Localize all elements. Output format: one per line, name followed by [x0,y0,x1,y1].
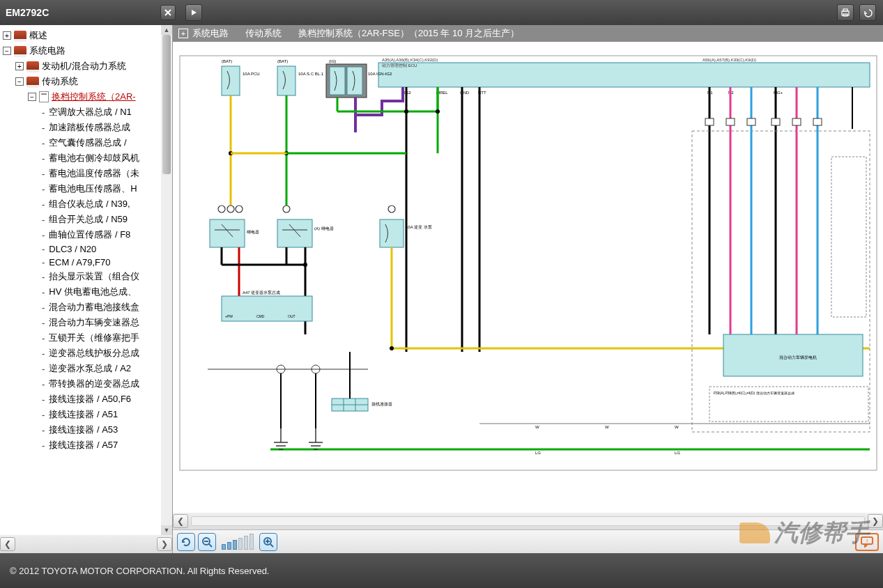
zoom-out-button[interactable] [198,533,216,551]
tree-leaf-label: 混合动力车辆变速器总 [49,316,139,329]
zoom-level-indicator[interactable] [222,534,254,550]
sidebar-horizontal-scrollbar[interactable]: ❮ ❯ [0,535,172,553]
content-horizontal-scrollbar[interactable]: ❮ ❯ [173,513,883,529]
feedback-button[interactable]: ! [855,533,879,551]
tree-leaf-item[interactable]: -接线连接器 / A51 [3,407,172,422]
collapse-icon[interactable]: − [15,77,24,86]
breadcrumb-part: 传动系统 [245,27,282,40]
dash-icon: - [42,394,45,405]
dash-icon: - [42,230,45,240]
document-icon [39,91,49,102]
tree-leaf-label: 组合仪表总成 / N39, [49,198,130,210]
tree-leaf-item[interactable]: -抬头显示装置（组合仪 [3,269,172,284]
scroll-right-arrow[interactable]: ❯ [157,537,172,551]
svg-rect-57 [380,219,404,247]
tree-leaf-label: DLC3 / N20 [49,244,96,254]
tree-leaf-item[interactable]: -混合动力车辆变速器总 [3,315,172,330]
tree-leaf-item[interactable]: -HV 供电蓄电池总成、 [3,284,172,300]
scroll-left-arrow[interactable]: ❮ [173,514,188,528]
tree-leaf-label: 组合开关总成 / N59 [49,213,128,226]
tree-leaf-item[interactable]: -逆变器总线护板分总成 [3,346,172,361]
scroll-right-arrow[interactable]: ❯ [868,514,883,528]
tree-leaf-item[interactable]: -接线连接器 / A50,F6 [3,392,172,407]
tree-leaf-item[interactable]: -DLC3 / N20 [3,242,172,256]
tree-leaf-item[interactable]: -曲轴位置传感器 / F8 [3,227,172,242]
scroll-left-arrow[interactable]: ❮ [0,537,15,551]
svg-text:A47
逆变器水泵总成: A47 逆变器水泵总成 [243,290,280,295]
tree-leaf-label: 蓄电池温度传感器（未 [49,167,139,180]
tree-label: 传动系统 [42,75,78,88]
svg-text:(BAT): (BAT) [277,59,288,63]
svg-text:继电器: 继电器 [247,230,259,234]
svg-rect-1 [843,9,847,11]
tree-label-selected: 换档控制系统（2AR- [52,91,136,103]
dash-icon: - [42,272,45,282]
wiring-diagram[interactable]: A35(A),A36(B),K34(C),K92(D) 动力管理控制 ECU A… [173,42,883,513]
tree-leaf-item[interactable]: -接线连接器 / A53 [3,422,172,438]
toolbar [181,0,883,25]
tree-leaf-item[interactable]: -空气囊传感器总成 / [3,135,172,150]
svg-text:F59(A),F58(B),z4(C),z4(D)
混合动力: F59(A),F58(B),z4(C),z4(D) 混合动力车辆变速器总成 [714,391,794,395]
navigation-tree: + 概述 − 系统电路 + 发动机/混合动力系统 − 传动系统 − [0,25,173,553]
svg-rect-44 [726,118,735,125]
tree-leaf-item[interactable]: -组合开关总成 / N59 [3,212,172,227]
back-button[interactable] [859,4,876,21]
dash-icon: - [42,379,45,389]
play-button[interactable] [185,4,202,21]
tree-leaf-item[interactable]: -混合动力蓄电池接线盒 [3,300,172,315]
sidebar-vertical-scrollbar[interactable]: ▲ ▼ [161,25,172,535]
svg-line-115 [270,544,273,547]
tree-leaf-item[interactable]: -空调放大器总成 / N1 [3,105,172,120]
tree-leaf-item[interactable]: -带转换器的逆变器总成 [3,376,172,392]
expand-icon[interactable]: + [15,62,24,70]
close-button[interactable] [160,5,176,20]
svg-rect-15 [222,66,240,95]
scroll-thumb[interactable] [162,35,171,174]
dash-icon: - [42,123,45,133]
tree-leaf-item[interactable]: -蓄电池温度传感器（未 [3,166,172,181]
scroll-track[interactable] [191,516,865,526]
tree-leaf-item[interactable]: -接线连接器 / A57 [3,438,172,453]
doc-id: EM2792C [6,7,49,18]
svg-text:10A
逆变
水泵: 10A 逆变 水泵 [406,224,432,229]
tree-leaf-label: 逆变器水泵总成 / A2 [49,362,131,375]
print-button[interactable] [837,4,854,21]
svg-rect-53 [277,219,312,247]
tree-leaf-item[interactable]: -蓄电池右侧冷却鼓风机 [3,150,172,166]
scroll-down-arrow[interactable]: ▼ [161,525,172,535]
tree-selected-item[interactable]: − 换档控制系统（2AR- [3,89,172,105]
tree-leaf-item[interactable]: -组合仪表总成 / N39, [3,196,172,212]
tree-overview[interactable]: + 概述 [3,28,172,43]
tree-leaf-item[interactable]: -ECM / A79,F70 [3,256,172,269]
tree-leaf-item[interactable]: -蓄电池电压传感器、H [3,181,172,196]
tree-engine-hybrid[interactable]: + 发动机/混合动力系统 [3,59,172,74]
svg-text:(BAT): (BAT) [222,59,232,63]
tree-leaf-label: 空气囊传感器总成 / [49,137,126,149]
scroll-up-arrow[interactable]: ▲ [161,25,172,35]
collapse-icon[interactable]: − [3,47,11,55]
tree-drive-system[interactable]: − 传动系统 [3,74,172,89]
svg-rect-22 [330,67,345,95]
dash-icon: - [42,333,45,343]
collapse-icon[interactable]: − [28,93,36,101]
dash-icon: - [42,215,45,225]
svg-text:W: W [535,425,539,429]
expand-icon[interactable]: + [3,31,11,40]
tree-leaf-item[interactable]: -逆变器水泵总成 / A2 [3,361,172,376]
dash-icon: - [42,153,45,164]
tree-system-circuit[interactable]: − 系统电路 [3,43,172,59]
tree-leaf-item[interactable]: -加速踏板传感器总成 [3,120,172,135]
svg-rect-46 [771,118,780,125]
dash-icon: - [42,107,45,118]
svg-rect-45 [747,118,755,125]
tree-leaf-item[interactable]: -互锁开关（维修塞把手 [3,330,172,346]
tree-leaf-label: 带转换器的逆变器总成 [49,378,139,390]
expand-all-icon[interactable]: + [178,29,188,38]
svg-text:W: W [605,425,609,429]
zoom-in-button[interactable] [259,533,277,551]
dash-icon: - [42,169,45,179]
dash-icon: - [42,244,45,254]
tree-label: 系统电路 [29,45,66,57]
refresh-button[interactable] [177,533,195,551]
book-icon [26,77,39,86]
